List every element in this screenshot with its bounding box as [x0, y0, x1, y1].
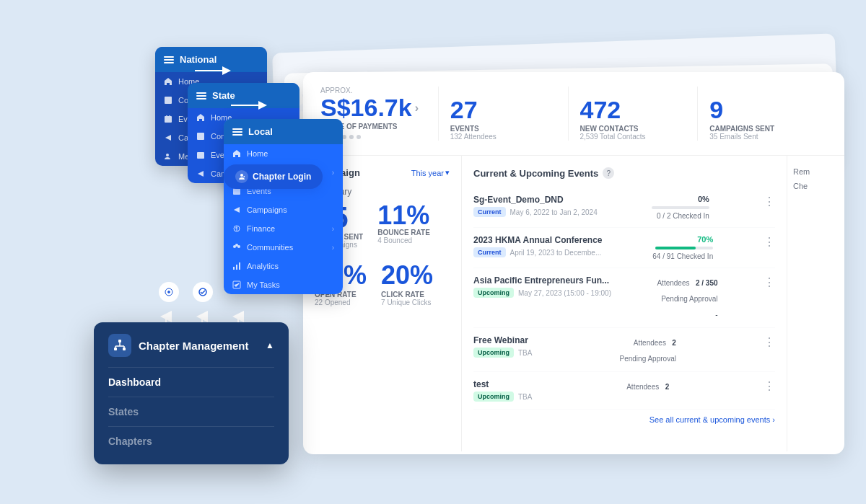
events-header: Current & Upcoming Events ?	[473, 167, 775, 179]
metric-new-contacts: 472 NEW CONTACTS 2,539 Total Contacts	[569, 87, 699, 141]
sidebar-item-analytics[interactable]: Analytics	[224, 257, 343, 275]
metric-events: 27 EVENTS 132 Attendees	[439, 87, 569, 141]
main-dashboard-card: approx. S$16.7k › VALUE OF PAYMENTS 27 E…	[303, 72, 844, 454]
svg-rect-15	[239, 262, 240, 270]
svg-rect-14	[236, 265, 237, 270]
svg-rect-0	[165, 97, 172, 104]
hamburger-icon	[196, 92, 206, 100]
sidebar-local: Local Home Contacts › Events Campaigns F…	[224, 119, 343, 294]
event-badge-upcoming: Upcoming	[473, 348, 514, 358]
event-badge-current: Current	[473, 207, 506, 217]
svg-point-12	[235, 244, 238, 247]
event-more-menu[interactable]: ⋮	[764, 235, 775, 249]
event-more-menu[interactable]: ⋮	[764, 379, 775, 393]
event-row: Free Webinar Upcoming TBA Attendees 2 Pe…	[473, 328, 775, 372]
svg-rect-1	[165, 116, 172, 123]
svg-rect-20	[118, 340, 121, 342]
event-badge-current: Current	[473, 247, 506, 257]
remaining-col: Rem Che	[787, 156, 844, 451]
svg-rect-6	[197, 152, 204, 159]
hamburger-icon	[164, 56, 174, 63]
arrow-national-to-state	[195, 63, 235, 78]
event-row: 2023 HKMA Annual Conference Current Apri…	[473, 228, 775, 268]
metric-campaigns: 9 CAMPAIGNS SENT 35 Emails Sent	[698, 87, 827, 141]
event-badge-upcoming: Upcoming	[473, 288, 514, 298]
svg-rect-8	[233, 188, 240, 195]
org-icon	[108, 334, 131, 357]
payment-chevron[interactable]: ›	[415, 102, 419, 115]
help-icon[interactable]: ?	[603, 167, 614, 179]
arrow-circle-icon-1	[159, 282, 179, 302]
metrics-row: approx. S$16.7k › VALUE OF PAYMENTS 27 E…	[303, 72, 844, 156]
arrow-state-to-local	[231, 98, 271, 112]
event-row: Asia Pacific Entrepreneurs Fun... Upcomi…	[473, 268, 775, 328]
sidebar-item-communities[interactable]: Communities ›	[224, 238, 343, 257]
chapter-nav-chapters[interactable]: Chapters	[108, 430, 274, 453]
event-row: Sg-Event_Demo_DND Current May 6, 2022 to…	[473, 187, 775, 228]
svg-point-4	[166, 154, 169, 156]
login-icon	[235, 170, 248, 183]
event-more-menu[interactable]: ⋮	[764, 335, 775, 349]
svg-rect-13	[233, 267, 235, 270]
year-filter[interactable]: This year ▾	[411, 168, 450, 177]
sidebar-local-header: Local	[224, 119, 343, 144]
event-more-menu[interactable]: ⋮	[764, 275, 775, 289]
svg-point-17	[240, 174, 243, 177]
see-all-events-link[interactable]: See all current & upcoming events ›	[473, 415, 775, 424]
chapter-nav-states[interactable]: States	[108, 400, 274, 423]
progress-bar	[655, 247, 713, 249]
events-section: Current & Upcoming Events ? Sg-Event_Dem…	[462, 156, 787, 451]
svg-rect-21	[114, 348, 117, 350]
progress-bar	[652, 206, 709, 209]
chapter-management-panel: Chapter Management ▲ Dashboard States Ch…	[94, 322, 289, 464]
event-row: test Upcoming TBA Attendees 2 ⋮	[473, 372, 775, 410]
dropdown-arrow[interactable]: ▲	[266, 340, 274, 350]
chapter-nav-dashboard[interactable]: Dashboard	[108, 371, 274, 394]
hamburger-icon	[232, 128, 242, 136]
chapter-mgmt-header: Chapter Management ▲	[108, 334, 274, 357]
sidebar-item-campaigns[interactable]: Campaigns	[224, 200, 343, 219]
sidebar-item-tasks[interactable]: My Tasks	[224, 275, 343, 294]
stat-click-rate: 20% CLICK RATE 7 Unique Clicks	[381, 260, 433, 306]
sidebar-item-home[interactable]: Home	[224, 144, 343, 163]
content-area: Campaign This year ▾ Summary 35 EMAILS S…	[303, 156, 844, 451]
svg-rect-22	[123, 348, 126, 350]
sidebar-item-finance[interactable]: Finance ›	[224, 219, 343, 238]
stat-bounce-rate: 11% BOUNCE RATE 4 Bounced	[377, 203, 430, 249]
event-more-menu[interactable]: ⋮	[764, 195, 775, 208]
event-badge-upcoming: Upcoming	[473, 392, 514, 402]
chapter-login-button[interactable]: Chapter Login	[224, 164, 323, 189]
svg-rect-5	[197, 133, 204, 140]
arrow-circle-icon-2	[193, 282, 213, 302]
